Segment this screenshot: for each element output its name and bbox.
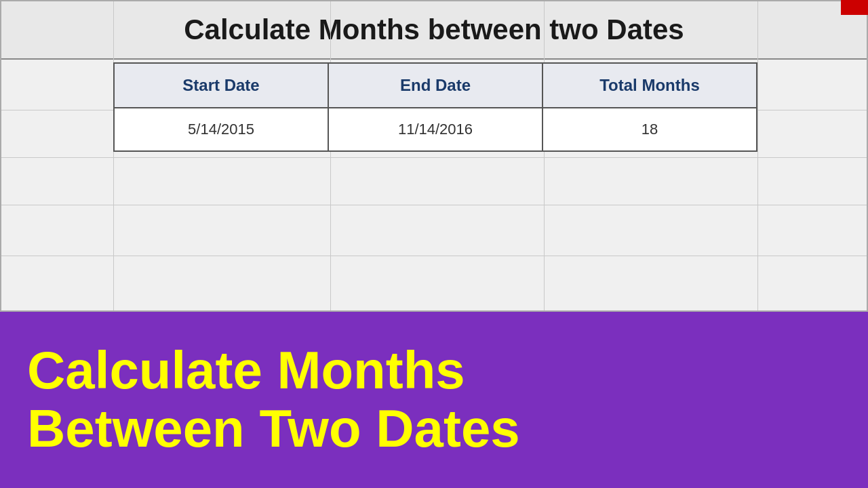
spreadsheet-section: Calculate Months between two Dates Start…: [0, 0, 868, 312]
bottom-banner: Calculate Months Between Two Dates: [0, 312, 868, 488]
col-header-start-date: Start Date: [114, 63, 328, 108]
bottom-title: Calculate Months Between Two Dates: [27, 342, 520, 458]
row-line-3: [1, 205, 867, 205]
col-line-3: [544, 1, 545, 310]
table-row: 5/14/2015 11/14/2016 18: [114, 108, 757, 151]
table-container: Start Date End Date Total Months 5/14/20…: [113, 62, 757, 152]
cell-total-months: 18: [542, 108, 757, 151]
col-header-total-months: Total Months: [542, 63, 757, 108]
col-line-1: [113, 1, 114, 310]
col-header-end-date: End Date: [328, 63, 542, 108]
table-header-row: Start Date End Date Total Months: [114, 63, 757, 108]
cell-end-date: 11/14/2016: [328, 108, 542, 151]
bottom-line2: Between Two Dates: [27, 399, 520, 458]
bottom-line1: Calculate Months: [27, 340, 465, 400]
row-line-2: [1, 157, 867, 158]
col-line-4: [757, 1, 758, 310]
row-line-4: [1, 256, 867, 256]
col-line-2: [330, 1, 331, 310]
grid-lines: [1, 1, 867, 310]
data-table: Start Date End Date Total Months 5/14/20…: [113, 62, 757, 152]
cell-start-date: 5/14/2015: [114, 108, 328, 151]
close-button[interactable]: [841, 0, 868, 15]
